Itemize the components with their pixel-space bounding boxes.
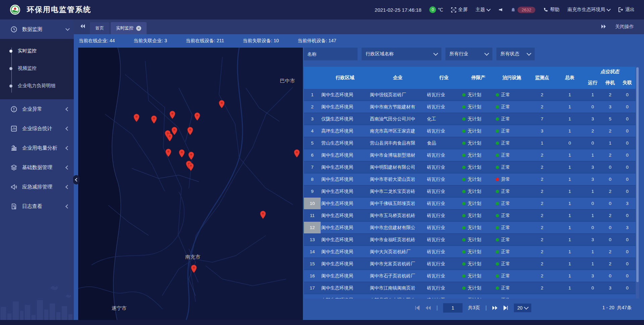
map-pin-icon[interactable] (188, 152, 194, 160)
map-pin-icon[interactable] (187, 127, 193, 135)
industry-select[interactable]: 所有行业 (445, 48, 492, 60)
close-operations-button[interactable]: 关闭操作 (615, 24, 634, 30)
fullscreen-label: 全屏 (458, 7, 468, 13)
logout-button[interactable]: 退出 (618, 7, 635, 13)
temperature: 0 ℃ (429, 6, 443, 13)
tab-close-icon[interactable]: ✕ (136, 26, 141, 31)
tabs-scroll-right-button[interactable] (601, 24, 606, 30)
table-row[interactable]: 14阆中生态环境局阆中大兴页岩机砖厂砖瓦行业 无计划 正常 21120 (304, 246, 636, 258)
facility-status-dot (496, 142, 499, 145)
help-button[interactable]: 帮助 (543, 7, 559, 13)
map-pin-icon[interactable] (191, 265, 197, 273)
col-region: 行政区域 (321, 67, 369, 89)
table-row[interactable]: 11阆中生态环境局阆中市五马桥页岩机砖砖瓦行业 无计划 正常 21120 (304, 210, 636, 222)
facility-status-dot (496, 238, 499, 241)
mute-button[interactable] (498, 7, 503, 12)
facility-status-dot (496, 154, 499, 157)
table-row[interactable]: 4高坪生态环境局南充市高坪区王家店建砖瓦行业 无计划 正常 31220 (304, 125, 636, 137)
map-pin-icon[interactable] (167, 133, 173, 142)
sidebar-item-label: 企业异常 (22, 106, 42, 112)
stop-status-dot (462, 105, 466, 109)
sidebar-item-应急减排管理[interactable]: 应急减排管理 (0, 177, 74, 197)
theme-dropdown[interactable]: 主题 (476, 7, 490, 13)
sidebar-item-数据监测[interactable]: 数据监测 (0, 19, 74, 39)
enterprise-table-header: 行政区域 企业 行业 停限产 治污设施 监测点 总表 点位状态 运行 停机 失联 (304, 67, 636, 89)
table-row[interactable]: 8阆中生态环境局阆中市枣碧大梁山页岩砖瓦行业 无计划 异常 21300 (304, 173, 636, 185)
map-pin-icon[interactable] (133, 114, 140, 122)
scrollbar-thumb[interactable] (636, 67, 639, 282)
table-row[interactable]: 13阆中生态环境局阆中市金福旺页岩机砖砖瓦行业 无计划 正常 21300 (304, 234, 636, 246)
organization-dropdown[interactable]: 南充市生态环境局 (568, 7, 610, 13)
page-number-input[interactable] (443, 303, 463, 313)
table-row[interactable]: 12阆中生态环境局阆中市忠信建材有限公砖瓦行业 无计划 正常 21003 (304, 222, 636, 234)
tab-首页[interactable]: 首页 (90, 22, 109, 34)
sidebar-subitem-实时监控[interactable]: 实时监控 (0, 42, 74, 60)
map-pin-icon[interactable] (219, 100, 225, 108)
last-page-button[interactable] (503, 306, 508, 310)
prev-page-button[interactable] (425, 306, 431, 310)
facility-status-dot (496, 286, 499, 290)
map-pin-icon[interactable] (169, 111, 175, 119)
speaker-icon (498, 7, 503, 12)
map-pin-icon[interactable] (151, 115, 157, 124)
first-page-button[interactable] (415, 306, 420, 310)
table-row[interactable]: 9阆中生态环境局阆中市二龙长宝页岩砖砖瓦行业 无计划 正常 21120 (304, 185, 636, 198)
pagination-divider: | (485, 305, 487, 311)
map-collapse-handle[interactable] (73, 175, 79, 184)
page-size-select[interactable]: 20 (514, 304, 531, 312)
sidebar-item-日志查看[interactable]: 日志查看 (0, 197, 74, 216)
table-row[interactable]: 6阆中生态环境局阆中市金博瑞新型墙材砖瓦行业 无计划 正常 21120 (304, 149, 636, 161)
map-panel[interactable]: 巴中市南充市遂宁市 (78, 48, 303, 320)
fullscreen-button[interactable]: 全屏 (451, 7, 468, 13)
pagination-bar: | 共3页 | 20 1 - 20 共47条 (304, 299, 639, 317)
table-scrollbar[interactable] (636, 67, 639, 299)
sidebar-item-label: 日志查看 (22, 203, 42, 210)
sidebar-subitem-视频监控[interactable]: 视频监控 (0, 60, 74, 77)
stop-status-dot (462, 202, 466, 205)
stop-status-dot (462, 286, 466, 290)
table-row[interactable]: 7阆中生态环境局阆中明阳建材有限公司砖瓦行业 无计划 正常 21300 (304, 161, 636, 173)
facility-status-dot (496, 202, 499, 205)
status-select[interactable]: 所有状态 (496, 48, 535, 60)
map-pin-icon[interactable] (194, 112, 200, 121)
table-row[interactable]: 17阆中生态环境局阆中市江南镇阆南页岩砖瓦行业 无计划 正常 21030 (304, 282, 636, 294)
table-row[interactable]: 1阆中生态环境局阆中强锐页岩砖厂砖瓦行业 无计划 正常 21120 (304, 89, 636, 101)
sidebar-item-企业用电量分析[interactable]: 企业用电量分析 (0, 138, 74, 158)
name-search-input[interactable] (304, 48, 358, 60)
map-pin-icon[interactable] (165, 149, 171, 157)
table-row[interactable]: 3仪陇生态环境局西南油气田分公司川中化工 无计划 正常 71350 (304, 113, 636, 125)
region-select[interactable]: 行政区域名称 (362, 48, 441, 60)
sidebar-subitem-label: 视频监控 (18, 65, 37, 71)
table-row[interactable]: 18南部生态环境局南部县砚化水泥有限公建材加工 无计划 正常 21030 (304, 294, 636, 299)
table-row[interactable]: 10阆中生态环境局阆中千佛镇五郎垭页岩砖瓦行业 无计划 正常 21003 (304, 198, 636, 210)
stop-status-dot (462, 142, 466, 145)
map-pin-icon[interactable] (179, 149, 185, 158)
stat-item: 当前停机设备: 147 (298, 38, 336, 44)
double-chevron-left-icon (80, 24, 85, 29)
next-page-button[interactable] (492, 306, 498, 310)
sidebar-item-基础数据管理[interactable]: 基础数据管理 (0, 158, 74, 177)
tab-实时监控[interactable]: 实时监控✕ (111, 22, 147, 34)
facility-status-dot (496, 178, 499, 181)
sidebar-item-企业异常[interactable]: 企业异常 (0, 99, 74, 119)
region-select-value: 行政区域名称 (366, 51, 394, 57)
sidebar-item-label: 应急减排管理 (22, 184, 52, 190)
map-pin-icon[interactable] (188, 163, 194, 171)
filter-bar: 行政区域名称 所有行业 所有状态 (304, 48, 639, 60)
sidebar-subitem-企业电力负荷明细[interactable]: 企业电力负荷明细 (0, 77, 74, 95)
chevron-down-icon (527, 51, 531, 56)
map-pin-icon[interactable] (260, 211, 266, 219)
col-monitor: 监测点 (529, 67, 555, 89)
notifications[interactable]: 2632 (511, 7, 535, 13)
stop-status-dot (462, 129, 466, 133)
table-row[interactable]: 2阆中生态环境局阆中市南方节能建材有砖瓦行业 无计划 正常 21030 (304, 101, 636, 113)
tabs-scroll-left-button[interactable] (80, 24, 85, 30)
table-row[interactable]: 5营山生态环境局营山县润丰肉食品有限食品 无计划 正常 10010 (304, 137, 636, 149)
col-point-status: 点位状态 (584, 67, 636, 77)
table-row[interactable]: 16阆中生态环境局阆中市石子页岩机砖厂砖瓦行业 无计划 正常 21300 (304, 270, 636, 282)
map-pin-icon[interactable] (294, 149, 300, 158)
temperature-badge: 0 (429, 6, 436, 13)
theme-label: 主题 (476, 7, 485, 13)
sidebar-item-企业综合统计[interactable]: 企业综合统计 (0, 119, 74, 138)
table-row[interactable]: 15阆中生态环境局阆中市光富页岩机砖厂砖瓦行业 无计划 正常 21120 (304, 258, 636, 270)
